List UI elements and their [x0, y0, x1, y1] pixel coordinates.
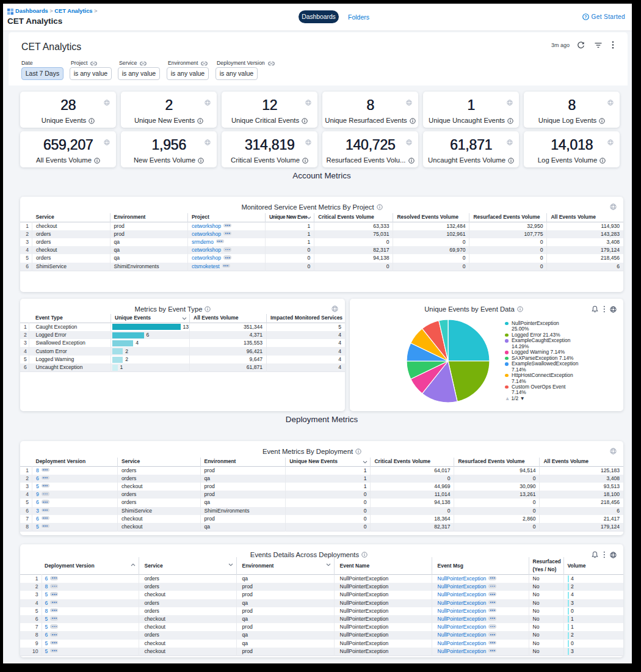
svg-text:?: ? [584, 15, 587, 19]
